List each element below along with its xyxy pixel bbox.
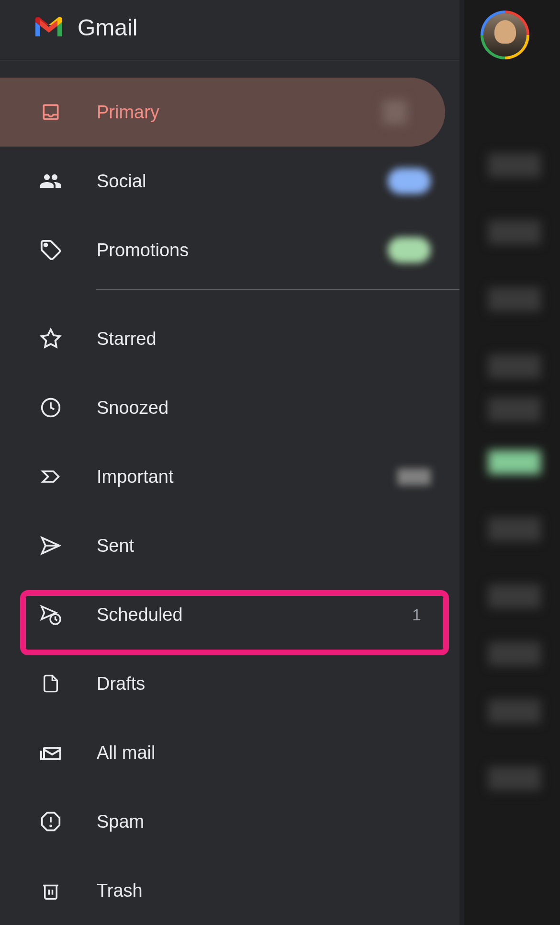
nav-label: Social [97, 171, 388, 192]
nav-list: Primary Social Promotions Starred [0, 60, 459, 925]
nav-item-social[interactable]: Social [0, 147, 459, 216]
nav-label: Starred [97, 329, 431, 349]
nav-item-promotions[interactable]: Promotions [0, 216, 459, 285]
background-inbox-blurred [464, 0, 560, 925]
file-icon [39, 672, 62, 695]
nav-item-drafts[interactable]: Drafts [0, 649, 459, 718]
svg-point-7 [50, 825, 51, 826]
nav-item-spam[interactable]: Spam [0, 787, 459, 856]
people-icon [39, 170, 62, 193]
drawer-header: Gmail [0, 0, 459, 60]
section-divider [96, 289, 459, 290]
tag-icon [39, 239, 62, 262]
navigation-drawer: Gmail Primary Social Promotions [0, 0, 459, 925]
account-avatar[interactable] [482, 11, 528, 58]
gmail-logo-icon [34, 16, 64, 39]
promotions-badge [388, 237, 431, 263]
nav-label: Sent [97, 536, 431, 556]
nav-label: Primary [97, 102, 383, 123]
nav-label: Trash [97, 880, 431, 901]
nav-item-primary[interactable]: Primary [0, 78, 445, 147]
nav-item-sent[interactable]: Sent [0, 511, 459, 580]
important-icon [39, 465, 62, 488]
social-badge [388, 168, 431, 194]
nav-label: All mail [97, 742, 431, 763]
nav-item-scheduled[interactable]: Scheduled 1 [0, 580, 459, 649]
trash-icon [39, 879, 62, 902]
nav-label: Promotions [97, 240, 388, 261]
nav-label: Spam [97, 811, 431, 832]
spam-icon [39, 810, 62, 833]
svg-point-0 [45, 244, 47, 247]
inbox-icon [39, 101, 62, 124]
nav-count: 1 [412, 605, 421, 624]
nav-item-trash[interactable]: Trash [0, 856, 459, 925]
nav-item-starred[interactable]: Starred [0, 304, 459, 373]
clock-icon [39, 396, 62, 419]
send-icon [39, 534, 62, 557]
schedule-send-icon [39, 603, 62, 626]
nav-label: Drafts [97, 674, 431, 694]
important-count-blurred [397, 468, 431, 485]
star-icon [39, 327, 62, 350]
nav-item-important[interactable]: Important [0, 442, 459, 511]
app-title: Gmail [78, 14, 137, 41]
stacked-mail-icon [39, 741, 62, 764]
nav-item-snoozed[interactable]: Snoozed [0, 373, 459, 442]
nav-item-all-mail[interactable]: All mail [0, 718, 459, 787]
nav-label: Scheduled [97, 605, 412, 625]
nav-label: Important [97, 467, 397, 487]
primary-count-blurred [383, 100, 407, 124]
nav-label: Snoozed [97, 398, 431, 418]
